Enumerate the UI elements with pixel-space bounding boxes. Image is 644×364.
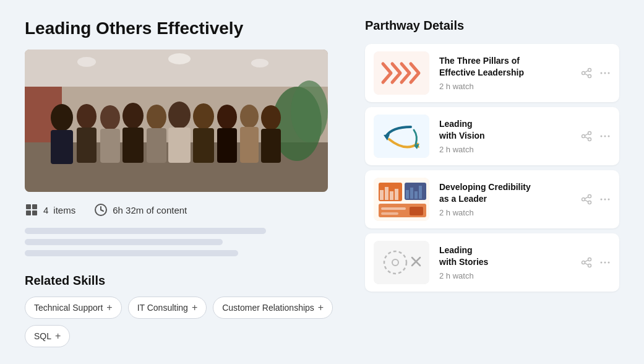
skill-tag-it-consulting[interactable]: IT Consulting + — [128, 297, 207, 319]
svg-rect-11 — [51, 130, 73, 164]
svg-rect-65 — [406, 190, 409, 199]
svg-point-28 — [261, 105, 281, 130]
course-list: The Three Pillars ofEffective Leadership… — [365, 44, 619, 292]
svg-rect-21 — [168, 128, 191, 163]
svg-line-54 — [585, 137, 588, 139]
svg-rect-70 — [381, 207, 406, 210]
svg-point-4 — [251, 59, 268, 67]
related-skills-heading: Related Skills — [25, 274, 340, 288]
svg-point-2 — [77, 57, 96, 67]
share-icon-1[interactable] — [581, 67, 592, 79]
svg-point-56 — [604, 136, 606, 137]
svg-point-22 — [193, 103, 214, 129]
more-icon-2[interactable] — [599, 131, 611, 142]
hero-image-svg — [25, 50, 328, 192]
course-info-1: The Three Pillars ofEffective Leadership… — [439, 55, 571, 90]
skill-label-customer-relationships: Customer Relationships — [222, 303, 314, 313]
svg-line-90 — [585, 263, 588, 265]
svg-line-42 — [585, 74, 588, 76]
course-meta-4: 2 h watch — [439, 271, 571, 280]
course-info-4: Leadingwith Stories 2 h watch — [439, 245, 571, 280]
svg-point-44 — [604, 72, 606, 74]
svg-rect-13 — [77, 128, 97, 163]
course-name-4: Leadingwith Stories — [439, 245, 571, 267]
svg-point-55 — [601, 136, 603, 137]
share-icon-4[interactable] — [581, 257, 592, 268]
skill-tag-customer-relationships[interactable]: Customer Relationships + — [213, 297, 333, 319]
skill-tag-technical-support[interactable]: Technical Support + — [25, 297, 122, 319]
course-thumb-4 — [374, 241, 429, 284]
svg-point-86 — [588, 258, 591, 261]
svg-point-51 — [582, 135, 585, 138]
svg-point-14 — [100, 105, 120, 130]
svg-line-77 — [585, 200, 588, 202]
svg-point-10 — [51, 104, 73, 131]
course-card-1: The Three Pillars ofEffective Leadership… — [365, 44, 619, 102]
svg-rect-29 — [261, 129, 281, 163]
svg-rect-23 — [193, 128, 214, 163]
content-duration: 6h 32m of content — [113, 205, 187, 215]
svg-rect-81 — [374, 241, 429, 284]
pathway-heading: Parthway Details — [365, 19, 619, 33]
svg-rect-46 — [374, 115, 429, 158]
page-title: Leading Others Effectively — [25, 19, 340, 38]
svg-point-38 — [588, 69, 591, 72]
svg-point-75 — [588, 201, 591, 204]
svg-rect-31 — [32, 204, 37, 209]
course-thumb-2 — [374, 115, 429, 158]
svg-point-3 — [168, 53, 191, 64]
clock-icon — [94, 203, 108, 217]
items-meta: 4 items — [25, 203, 75, 217]
course-meta-2: 2 h watch — [439, 145, 571, 154]
course-name-2: Leadingwith Vision — [439, 118, 571, 141]
svg-point-80 — [608, 199, 610, 201]
svg-rect-61 — [385, 187, 389, 200]
course-actions-3 — [581, 194, 611, 205]
svg-point-16 — [122, 103, 144, 129]
course-thumb-3 — [374, 178, 429, 221]
skill-plus-sql: + — [55, 331, 61, 342]
svg-line-89 — [585, 260, 588, 262]
svg-rect-67 — [414, 191, 418, 199]
svg-rect-17 — [122, 128, 144, 163]
left-panel: Leading Others Effectively — [25, 19, 340, 347]
svg-point-52 — [588, 138, 591, 141]
share-icon-2[interactable] — [581, 131, 592, 142]
course-thumb-1 — [374, 51, 429, 95]
svg-rect-66 — [410, 188, 413, 199]
more-icon-3[interactable] — [599, 194, 611, 205]
svg-rect-63 — [395, 189, 398, 200]
svg-rect-71 — [381, 212, 398, 215]
duration-meta: 6h 32m of content — [94, 203, 187, 217]
course-name-1: The Three Pillars ofEffective Leadership — [439, 55, 571, 77]
course-actions-2 — [581, 131, 611, 142]
svg-point-26 — [240, 105, 259, 128]
skill-tag-sql[interactable]: SQL + — [25, 325, 70, 347]
svg-rect-60 — [380, 190, 384, 200]
hero-image — [25, 50, 328, 192]
svg-point-40 — [588, 75, 591, 78]
skeleton-line-3 — [25, 250, 238, 256]
svg-point-93 — [608, 262, 610, 264]
svg-point-39 — [582, 72, 585, 75]
course-card-2: Leadingwith Vision 2 h watch — [365, 107, 619, 165]
svg-point-88 — [588, 264, 591, 267]
share-icon-3[interactable] — [581, 194, 592, 205]
svg-point-79 — [604, 199, 606, 201]
more-icon-4[interactable] — [599, 257, 611, 268]
skeleton-lines — [25, 228, 340, 256]
svg-rect-33 — [32, 210, 37, 215]
skill-plus-it-consulting: + — [192, 302, 197, 313]
svg-rect-25 — [217, 128, 237, 163]
svg-point-73 — [588, 195, 591, 198]
svg-point-87 — [582, 261, 585, 264]
svg-rect-15 — [100, 129, 120, 163]
skill-plus-customer-relationships: + — [318, 302, 324, 313]
svg-rect-30 — [26, 204, 31, 209]
svg-point-12 — [77, 104, 97, 129]
svg-point-78 — [601, 199, 603, 201]
svg-point-9 — [291, 80, 328, 142]
more-icon-1[interactable] — [599, 67, 611, 79]
svg-point-74 — [582, 198, 585, 201]
skeleton-line-1 — [25, 228, 266, 234]
